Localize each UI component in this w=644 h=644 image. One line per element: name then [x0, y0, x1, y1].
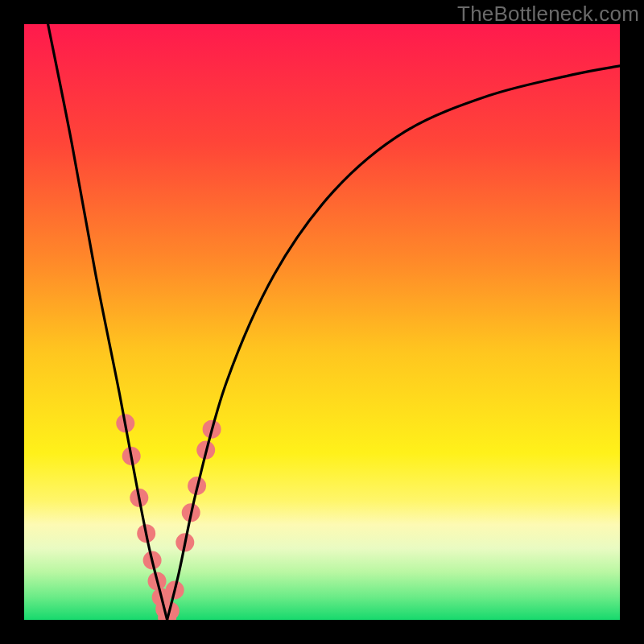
chart-frame: TheBottleneck.com [0, 0, 644, 644]
marker-layer [116, 414, 221, 620]
curve-right-arm [167, 66, 620, 620]
watermark-text: TheBottleneck.com [457, 2, 639, 27]
plot-area [24, 24, 620, 620]
chart-curves [24, 24, 620, 620]
